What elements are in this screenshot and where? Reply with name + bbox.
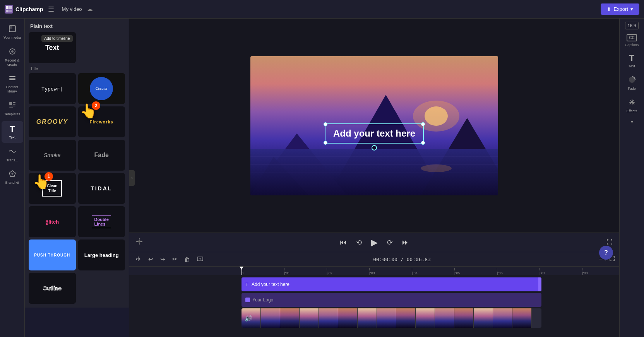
- aspect-ratio-button[interactable]: 16:9: [625, 22, 639, 29]
- app-logo[interactable]: Clipchamp: [5, 5, 43, 14]
- text-panel-scroll[interactable]: Text Add to timeline Title Typewr| Circ: [25, 32, 129, 308]
- captions-cc-button[interactable]: CC: [627, 34, 637, 41]
- handle-bottom-left[interactable]: [324, 141, 327, 145]
- rewind-button[interactable]: ⟲: [355, 237, 363, 248]
- template-card-circular[interactable]: Circular: [78, 73, 125, 104]
- template-card-double-lines[interactable]: DoubleLines: [78, 206, 125, 237]
- handle-top-left[interactable]: [324, 122, 327, 126]
- right-text-button[interactable]: T Text: [621, 50, 643, 71]
- topbar: Clipchamp ☰ My video ☁ ⬆ Export ▾: [0, 0, 644, 19]
- template-card-fireworks[interactable]: Fireworks: [78, 106, 125, 137]
- help-button[interactable]: ?: [599, 246, 613, 260]
- play-button[interactable]: ▶: [370, 236, 379, 249]
- handle-top-right[interactable]: [421, 122, 425, 126]
- export-button[interactable]: ⬆ Export ▾: [601, 3, 639, 15]
- ruler-mark-3: |:03: [369, 268, 412, 275]
- magic-compose-button[interactable]: [135, 238, 143, 247]
- cloud-icon: ☁: [87, 5, 93, 13]
- cut-button[interactable]: ✂: [170, 254, 179, 264]
- track-row-video: 🔊: [129, 308, 619, 328]
- playhead[interactable]: [242, 267, 242, 275]
- thumb-1: [261, 308, 280, 328]
- template-card-large-heading[interactable]: Large heading: [78, 239, 125, 270]
- svg-rect-2: [6, 10, 9, 12]
- panel-expand-button[interactable]: ▾: [631, 119, 633, 125]
- ruler-mark-6: |:06: [497, 268, 540, 275]
- thumb-9: [416, 308, 435, 328]
- thumb-11: [454, 308, 474, 328]
- svg-rect-12: [13, 102, 15, 103]
- video-controls: ⏮ ⟲ ▶ ⟳ ⏭: [129, 233, 619, 252]
- hamburger-icon[interactable]: ☰: [48, 5, 54, 14]
- main-layout: Your media Record &create Contentlibrary…: [0, 19, 644, 337]
- track-row-logo: Your Logo: [129, 293, 619, 307]
- template-card-fade[interactable]: Fade: [78, 140, 125, 171]
- sidebar-label-templates-text: Templates: [4, 112, 20, 116]
- track-content-logo[interactable]: Your Logo: [242, 293, 619, 307]
- track-content-video[interactable]: 🔊: [242, 308, 619, 328]
- undo-button[interactable]: ↩: [146, 254, 155, 264]
- logo-track-bar[interactable]: Your Logo: [242, 293, 541, 307]
- rotate-handle[interactable]: [372, 145, 377, 151]
- sidebar-label-transitions: Trans...: [6, 158, 18, 163]
- ruler-mark-1: |:01: [284, 268, 327, 275]
- timeline-ruler: 0 |:01 |:02 |:03 |:04 |:05 |:06 |:07 |:0…: [129, 267, 619, 275]
- title-grid: Typewr| Circular GROOVY Fireworks: [29, 73, 125, 304]
- split-button[interactable]: [133, 254, 143, 265]
- track-content-text[interactable]: T Add your text here: [242, 277, 619, 291]
- video-name-btn[interactable]: My video: [62, 6, 82, 12]
- template-card-clean-title[interactable]: CleanTitle: [29, 173, 76, 204]
- template-card-outline[interactable]: Outline: [29, 273, 76, 304]
- template-card-tidal[interactable]: TIDAL: [78, 173, 125, 204]
- sidebar-item-text[interactable]: T Text: [2, 121, 23, 143]
- text-track-resize-handle[interactable]: [538, 277, 541, 291]
- thumb-12: [474, 308, 493, 328]
- sidebar-item-transitions[interactable]: Trans...: [2, 144, 23, 166]
- panel-collapse-button[interactable]: ‹: [129, 170, 135, 186]
- thumb-2: [280, 308, 300, 328]
- template-card-glitch[interactable]: ğlitch: [29, 206, 76, 237]
- forward-button[interactable]: ⟳: [385, 237, 394, 248]
- sidebar-item-content-library[interactable]: Contentlibrary: [2, 71, 23, 97]
- double-lines-label: DoubleLines: [92, 215, 111, 228]
- template-card-push-through[interactable]: PUSH THROUGH: [29, 239, 76, 270]
- sidebar-item-brand-kit[interactable]: Brand kit: [2, 167, 23, 188]
- skip-forward-button[interactable]: ⏭: [401, 237, 411, 248]
- handle-bottom-right[interactable]: [421, 141, 425, 145]
- thumb-3: [300, 308, 319, 328]
- text-track-bar[interactable]: T Add your text here: [242, 277, 541, 291]
- redo-button[interactable]: ↪: [158, 254, 167, 264]
- sidebar-item-your-media[interactable]: Your media: [2, 22, 23, 43]
- skip-back-button[interactable]: ⏮: [338, 237, 348, 248]
- delete-button[interactable]: 🗑: [182, 255, 192, 264]
- right-effects-button[interactable]: Effects: [621, 95, 643, 116]
- video-track-bar[interactable]: 🔊: [242, 308, 541, 328]
- captions-label: Captions: [625, 43, 639, 47]
- timeline-body: 0 |:01 |:02 |:03 |:04 |:05 |:06 |:07 |:0…: [129, 267, 619, 337]
- template-card-text[interactable]: Text Add to timeline: [29, 32, 76, 63]
- svg-rect-0: [6, 6, 9, 9]
- text-overlay-content[interactable]: Add your text here: [333, 128, 415, 139]
- sidebar-item-record-create[interactable]: Record &create: [2, 44, 23, 70]
- text-overlay-box[interactable]: Add your text here: [325, 123, 424, 144]
- topbar-right: ⬆ Export ▾: [601, 3, 639, 15]
- ruler-mark-0: 0: [242, 268, 284, 275]
- expand-button[interactable]: [606, 238, 613, 247]
- smoke-label: Smoke: [44, 152, 61, 158]
- video-canvas[interactable]: Add your text here: [250, 56, 498, 195]
- ruler-mark-7: |:07: [540, 268, 582, 275]
- template-card-typewriter[interactable]: Typewr|: [29, 73, 76, 104]
- push-through-label: PUSH THROUGH: [29, 239, 76, 270]
- sidebar-item-templates[interactable]: Plain text Templates: [2, 98, 23, 120]
- template-card-smoke[interactable]: Smoke: [29, 140, 76, 171]
- video-thumbnails: [242, 308, 532, 328]
- topbar-left: Clipchamp ☰ My video ☁: [5, 5, 601, 14]
- template-card-groovy[interactable]: GROOVY: [29, 106, 76, 137]
- record-create-icon: [9, 48, 16, 57]
- audio-icon: 🔊: [245, 315, 252, 322]
- right-fade-button[interactable]: Fade: [621, 73, 643, 94]
- add-media-button[interactable]: [195, 254, 205, 265]
- svg-rect-14: [9, 106, 15, 106]
- text-overlay-container[interactable]: Add your text here: [325, 123, 424, 144]
- app-name: Clipchamp: [15, 6, 43, 12]
